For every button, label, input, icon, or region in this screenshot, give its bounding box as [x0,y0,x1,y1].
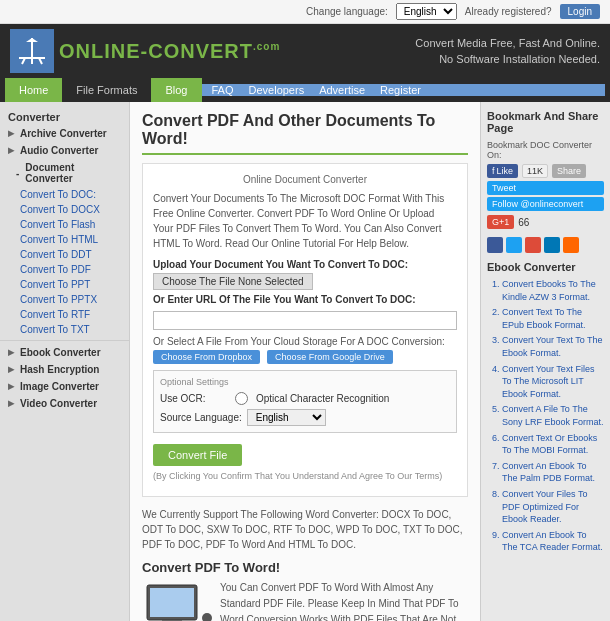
logo-area: ONLINE-CONVERT.com [10,29,280,73]
sidebar-item-image-converter[interactable]: Image Converter [0,378,129,395]
sidebar-sub-convert-docx[interactable]: Convert To DOCX [0,202,129,217]
ebook-item-1[interactable]: Convert Ebooks To The Kindle AZW 3 Forma… [502,278,604,303]
sidebar-sub-convert-ppt[interactable]: Convert To PPT [0,277,129,292]
sidebar-sub-convert-flash[interactable]: Convert To Flash [0,217,129,232]
sidebar-item-audio-converter[interactable]: Audio Converter [0,142,129,159]
logo-text-area: ONLINE-CONVERT.com [54,40,280,63]
tagline2: No Software Installation Needed. [415,51,600,68]
nav-register[interactable]: Register [380,84,421,96]
sidebar-sub-convert-txt[interactable]: Convert To TXT [0,322,129,337]
nav-right: FAQ Developers Advertise Register [202,84,606,96]
social-row-fb: f Like 11K Share [487,164,604,178]
ocr-option-label: Optical Character Recognition [256,393,389,404]
googleplus-icon[interactable] [525,237,541,253]
header-main: ONLINE-CONVERT.com Convert Media Free, F… [0,24,610,78]
sidebar-sub-convert-doc[interactable]: Convert To DOC: [0,187,129,202]
header-tagline: Convert Media Free, Fast And Online. No … [415,35,600,68]
ocr-row: Use OCR: Optical Character Recognition [160,392,450,405]
nav-advertise[interactable]: Advertise [319,84,365,96]
dropbox-button[interactable]: Choose From Dropbox [153,350,260,364]
page-title: Convert PDF And Other Documents To Word! [142,112,468,155]
file-input-row: Choose The File None Selected [153,273,457,290]
logo-online: ONLINE- [59,40,148,62]
body-section: You Can Convert PDF To Word With Almost … [142,580,468,621]
tweet-button[interactable]: Tweet [487,181,604,195]
sidebar-item-video-converter[interactable]: Video Converter [0,395,129,412]
sidebar-sub-convert-html[interactable]: Convert To HTML [0,232,129,247]
ebook-item-2[interactable]: Convert Text To The EPub Ebook Format. [502,306,604,331]
url-label: Or Enter URL Of The File You Want To Con… [153,294,457,305]
source-language-label: Source Language: [160,412,242,423]
ebook-converter-title: Ebook Converter [487,261,604,273]
source-language-select[interactable]: English [247,409,326,426]
sidebar-sub-convert-rtf[interactable]: Convert To RTF [0,307,129,322]
optional-settings: Optional Settings Use OCR: Optical Chara… [153,370,457,433]
section2-heading: Convert PDF To Word! [142,560,468,575]
logo-figure-icon [17,36,47,66]
nav-home[interactable]: Home [5,78,62,102]
sidebar-sub-convert-pptx[interactable]: Convert To PPTX [0,292,129,307]
computer-svg-icon [142,580,212,621]
linkedin-icon[interactable] [544,237,560,253]
rs-bookmark-title: Bookmark And Share Page [487,110,604,134]
ebook-item-3[interactable]: Convert Your Text To The Ebook Format. [502,334,604,359]
fb-count: 11K [522,164,548,178]
tagline1: Convert Media Free, Fast And Online. [415,35,600,52]
converter-desc: Convert Your Documents To The Microsoft … [153,191,457,251]
nav-file-formats[interactable]: File Formats [62,78,151,102]
ebook-item-7[interactable]: Convert An Ebook To The Palm PDB Format. [502,460,604,485]
logo-icon [10,29,54,73]
nav-faq[interactable]: FAQ [212,84,234,96]
facebook-like-button[interactable]: f Like [487,164,518,178]
cloud-label: Or Select A File From Your Cloud Storage… [153,336,457,347]
sidebar-item-hash-encryption[interactable]: Hash Encryption [0,361,129,378]
nav-bar: Home File Formats Blog FAQ Developers Ad… [0,78,610,102]
nav-blog[interactable]: Blog [151,78,201,102]
gplus-button[interactable]: G+1 [487,215,514,229]
logo-text: ONLINE-CONVERT.com [59,40,280,62]
cloud-buttons: Choose From Dropbox Choose From Google D… [153,350,457,364]
ebook-item-4[interactable]: Convert Your Text Files To The Microsoft… [502,363,604,401]
facebook-icon[interactable] [487,237,503,253]
sidebar-sub-convert-ddt[interactable]: Convert To DDT [0,247,129,262]
sidebar-title: Converter [0,107,129,125]
social-icons-row [487,237,604,253]
computer-illustration [142,580,212,621]
ebook-item-5[interactable]: Convert A File To The Sony LRF Ebook For… [502,403,604,428]
ebook-item-8[interactable]: Convert Your Files To PDF Optimized For … [502,488,604,526]
logo-com: .com [253,41,280,52]
login-button[interactable]: Login [560,4,600,19]
sidebar-item-archive-converter[interactable]: Archive Converter [0,125,129,142]
ocr-label: Use OCR: [160,393,230,404]
bookmark-label: Bookmark DOC Converter On: [487,140,604,160]
upload-label: Upload Your Document You Want To Convert… [153,259,457,270]
already-registered-label: Already registered? [465,6,552,17]
sidebar-item-ebook-converter[interactable]: Ebook Converter [0,344,129,361]
sidebar-divider [0,340,129,341]
sidebar-sub-convert-pdf[interactable]: Convert To PDF [0,262,129,277]
follow-button[interactable]: Follow @onlineconvert [487,197,604,211]
main-content: Convert PDF And Other Documents To Word!… [130,102,480,621]
url-input[interactable] [153,311,457,330]
sidebar: Converter Archive Converter Audio Conver… [0,102,130,621]
change-language-label: Change language: [306,6,388,17]
converter-box-title: Online Document Converter [153,174,457,185]
google-drive-button[interactable]: Choose From Google Drive [267,350,393,364]
supported-formats: We Currently Support The Following Word … [142,507,468,552]
gplus-count: 66 [518,217,529,228]
ebook-item-6[interactable]: Convert Text Or Ebooks To The MOBI Forma… [502,432,604,457]
rss-icon[interactable] [563,237,579,253]
terms-text: (By Clicking You Confirm That You Unders… [153,471,457,481]
ebook-list: Convert Ebooks To The Kindle AZW 3 Forma… [487,278,604,554]
ebook-item-9[interactable]: Convert An Ebook To The TCA Reader Forma… [502,529,604,554]
language-select[interactable]: English [396,3,457,20]
ocr-radio[interactable] [235,392,248,405]
share-button[interactable]: Share [552,164,586,178]
header-top: Change language: English Already registe… [0,0,610,24]
twitter-icon[interactable] [506,237,522,253]
nav-developers[interactable]: Developers [249,84,305,96]
sidebar-item-document-converter[interactable]: Document Converter [0,159,129,187]
nav-right-items: FAQ Developers Advertise Register [212,84,421,96]
choose-file-button[interactable]: Choose The File None Selected [153,273,313,290]
convert-button[interactable]: Convert File [153,444,242,466]
